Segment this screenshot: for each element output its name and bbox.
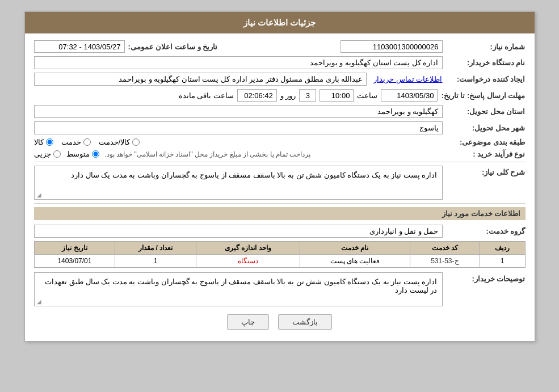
- creator-link[interactable]: اطلاعات تماس خریدار: [373, 75, 442, 83]
- category-radio-khedmat[interactable]: [83, 138, 91, 146]
- resize-handle-2: ◢: [37, 298, 41, 305]
- table-header-code: کد خدمت: [410, 242, 480, 255]
- row-service-name: فعالیت های پست: [300, 255, 410, 268]
- row-num: 1: [480, 255, 525, 268]
- creator-field[interactable]: [34, 73, 367, 86]
- main-container: جزئیات اطلاعات نیاز شماره نیاز: تاریخ و …: [24, 11, 535, 342]
- row-code: ج-53-531: [410, 255, 480, 268]
- purchase-type-label: نوع فرآیند خرید :: [446, 150, 526, 158]
- category-radio-kala[interactable]: [46, 138, 53, 146]
- table-header-unit: واحد اندازه گیری: [196, 242, 300, 255]
- general-desc-section-label: شرح کلی نیاز:: [446, 168, 526, 176]
- row-delivery-province: استان محل تحویل:: [34, 105, 526, 118]
- category-option-kala-khedmat[interactable]: کالا/خدمت: [99, 138, 140, 146]
- row-delivery-city: شهر محل تحویل:: [34, 121, 526, 134]
- row-general-desc: شرح کلی نیاز: اداره پست نیاز به یک دستگا…: [34, 166, 526, 200]
- table-header-row: ردیف: [480, 242, 525, 255]
- buyer-desc-text: اداره پست نیاز به یک دستگاه کامیون شش تن…: [45, 277, 437, 294]
- row-buyer-org: نام دستگاه خریدار:: [34, 56, 526, 69]
- row-deadline: مهلت ارسال پاسخ: تا تاریخ: ساعت روز و سا…: [34, 89, 526, 102]
- resize-handle-1: ◢: [37, 192, 41, 198]
- buttons-row: بازگشت چاپ: [34, 314, 526, 330]
- buyer-desc-box: اداره پست نیاز به یک دستگاه کامیون شش تن…: [34, 272, 443, 306]
- deadline-days-label: روز و: [280, 91, 296, 100]
- purchase-radio-motavasset[interactable]: [92, 150, 99, 158]
- purchase-option-jozi[interactable]: جزیی: [34, 150, 61, 158]
- deadline-days-field[interactable]: [299, 89, 316, 102]
- announce-date-label: تاریخ و ساعت اعلان عمومی:: [128, 43, 218, 51]
- purchase-radio-jozi[interactable]: [53, 150, 61, 158]
- category-label-khedmat: خدمت: [61, 138, 81, 146]
- deadline-remaining-field[interactable]: [237, 89, 277, 102]
- service-group-label: گروه خدمت:: [446, 227, 526, 235]
- row-creator: ایجاد کننده درخواست: اطلاعات تماس خریدار: [34, 73, 526, 86]
- deadline-time-label: ساعت: [357, 91, 377, 100]
- row-qty: 1: [115, 255, 196, 268]
- table-row: 1 ج-53-531 فعالیت های پست دستگاه 1 1403/…: [34, 255, 525, 268]
- delivery-province-field[interactable]: [34, 105, 443, 118]
- deadline-time-field[interactable]: [320, 89, 354, 102]
- category-label-kala: کالا: [34, 138, 44, 146]
- category-radio-kala-khedmat[interactable]: [132, 138, 140, 146]
- deadline-label: مهلت ارسال پاسخ: تا تاریخ:: [441, 91, 525, 100]
- divider-2: [34, 203, 526, 204]
- spacer-1: [34, 268, 526, 272]
- category-radio-group: کالا/خدمت خدمت کالا: [34, 138, 443, 146]
- creator-label: ایجاد کننده درخواست:: [446, 75, 526, 83]
- need-number-label: شماره نیاز:: [446, 43, 526, 51]
- row-purchase-type: نوع فرآیند خرید : پرداخت تمام یا بخشی از…: [34, 150, 526, 158]
- page-title: جزئیات اطلاعات نیاز: [243, 18, 316, 27]
- delivery-city-label: شهر محل تحویل:: [446, 124, 526, 132]
- table-header-qty: تعداد / مقدار: [115, 242, 196, 255]
- buyer-org-label: نام دستگاه خریدار:: [446, 58, 526, 67]
- deadline-date-field[interactable]: [381, 89, 438, 102]
- purchase-option-motavasset[interactable]: متوسط: [66, 150, 99, 158]
- delivery-province-label: استان محل تحویل:: [446, 107, 526, 116]
- general-desc-text: اداره پست نیاز به یک دستگاه کامیون شش تن…: [71, 171, 437, 179]
- category-label: طبقه بندی موضوعی:: [446, 138, 526, 146]
- print-button[interactable]: چاپ: [227, 314, 269, 330]
- announce-date-field[interactable]: [34, 40, 125, 53]
- buyer-org-field[interactable]: [34, 56, 443, 69]
- row-date: 1403/07/01: [34, 255, 115, 268]
- back-button[interactable]: بازگشت: [278, 314, 332, 330]
- purchase-label-motavasset: متوسط: [66, 150, 90, 158]
- row-buyer-desc: توصیحات خریدار: اداره پست نیاز به یک دست…: [34, 272, 526, 306]
- page-header: جزئیات اطلاعات نیاز: [25, 12, 535, 33]
- category-label-kala-khedmat: کالا/خدمت: [99, 138, 131, 146]
- need-number-field[interactable]: [341, 40, 443, 53]
- purchase-label-jozi: جزیی: [34, 150, 51, 158]
- services-table: ردیف کد خدمت نام خدمت واحد اندازه گیری ت…: [34, 241, 526, 268]
- row-unit[interactable]: دستگاه: [196, 255, 300, 268]
- table-header-name: نام خدمت: [300, 242, 410, 255]
- row-category: طبقه بندی موضوعی: کالا/خدمت خدمت کالا: [34, 138, 526, 146]
- category-option-khedmat[interactable]: خدمت: [61, 138, 91, 146]
- purchase-note: پرداخت تمام یا بخشی از مبلغ خریداز محل "…: [105, 150, 311, 158]
- delivery-city-field[interactable]: [34, 121, 443, 134]
- buyer-desc-section-label: توصیحات خریدار:: [446, 275, 526, 283]
- divider-1: [34, 162, 526, 162]
- row-need-number: شماره نیاز: تاریخ و ساعت اعلان عمومی:: [34, 40, 526, 53]
- services-section-header: اطلاعات خدمات مورد نیاز: [34, 207, 526, 220]
- row-service-group: گروه خدمت:: [34, 225, 526, 238]
- table-header-date: تاریخ نیاز: [34, 242, 115, 255]
- category-option-kala[interactable]: کالا: [34, 138, 53, 146]
- purchase-radio-group: پرداخت تمام یا بخشی از مبلغ خریداز محل "…: [34, 150, 443, 158]
- general-desc-box: اداره پست نیاز به یک دستگاه کامیون شش تن…: [34, 166, 443, 200]
- service-group-field[interactable]: [34, 225, 443, 238]
- content-area: شماره نیاز: تاریخ و ساعت اعلان عمومی: نا…: [25, 33, 535, 341]
- deadline-remaining-label: ساعت باقی مانده: [179, 91, 234, 100]
